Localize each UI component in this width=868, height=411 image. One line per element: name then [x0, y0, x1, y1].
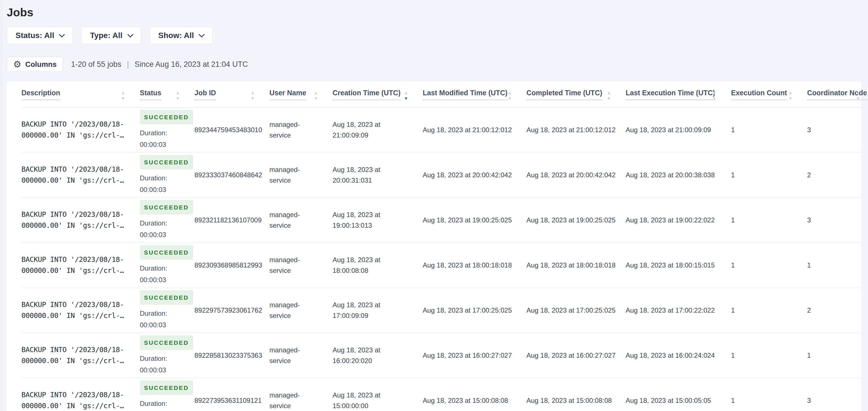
- status-badge: SUCCEEDED: [140, 110, 193, 125]
- creation-time-cell: Aug 18, 2023 at 16:00:20:020: [333, 333, 423, 378]
- sort-icon: [788, 88, 793, 98]
- last-execution-time-cell: Aug 18, 2023 at 20:00:38:038: [626, 152, 731, 198]
- sort-asc-icon: [251, 88, 255, 93]
- column-header-status[interactable]: Status: [140, 82, 194, 108]
- sort-desc-icon: [507, 94, 512, 98]
- last-execution-time-cell: Aug 18, 2023 at 18:00:15:015: [626, 243, 731, 288]
- show-filter-dropdown[interactable]: Show: All: [150, 27, 213, 44]
- column-header-creation-time[interactable]: Creation Time (UTC): [333, 82, 423, 108]
- coordinator-node-cell: 3: [807, 198, 861, 243]
- sort-asc-icon: [121, 88, 125, 93]
- duration-label: Duration:: [140, 128, 186, 139]
- job-id-cell: 892321182136107009: [194, 198, 270, 243]
- user-name-cell: managed-service: [270, 108, 333, 152]
- sort-icon: [176, 88, 180, 98]
- sort-icon: [507, 88, 512, 98]
- sort-asc-icon: [404, 88, 408, 93]
- coordinator-node-cell: 1: [807, 243, 861, 288]
- status-badge: SUCCEEDED: [140, 335, 193, 350]
- column-header-coordinator-node[interactable]: Coordinator Node: [807, 82, 861, 108]
- sort-asc-icon: [607, 88, 611, 93]
- status-badge: SUCCEEDED: [140, 381, 193, 395]
- creation-time-cell: Aug 18, 2023 at 20:00:31:031: [333, 152, 423, 198]
- completed-time-cell: Aug 18, 2023 at 19:00:25:025: [526, 198, 626, 243]
- user-name-cell: managed-service: [270, 152, 333, 198]
- type-filter-label: Type: All: [90, 31, 122, 40]
- column-header-job-id[interactable]: Job ID: [194, 82, 270, 108]
- duration-label: Duration:: [140, 263, 186, 274]
- last-execution-time-cell: Aug 18, 2023 at 21:00:09:09: [626, 108, 731, 152]
- job-description-link[interactable]: BACKUP INTO '/2023/08/18-000000.00' IN '…: [22, 346, 124, 365]
- job-description-link[interactable]: BACKUP INTO '/2023/08/18-000000.00' IN '…: [22, 255, 124, 274]
- sort-desc-icon: [176, 94, 180, 98]
- job-row: BACKUP INTO '/2023/08/18-000000.00' IN '…: [22, 108, 861, 152]
- last-modified-time-cell: Aug 18, 2023 at 19:00:25:025: [423, 198, 526, 243]
- columns-button[interactable]: Columns: [7, 57, 63, 72]
- job-row: BACKUP INTO '/2023/08/18-000000.00' IN '…: [22, 198, 861, 243]
- duration-value: 00:00:03: [140, 184, 186, 195]
- job-row: BACKUP INTO '/2023/08/18-000000.00' IN '…: [22, 378, 861, 411]
- sort-icon: [251, 88, 255, 98]
- completed-time-cell: Aug 18, 2023 at 16:00:27:027: [526, 333, 626, 378]
- duration-label: Duration:: [140, 218, 186, 229]
- completed-time-cell: Aug 18, 2023 at 18:00:18:018: [526, 243, 626, 288]
- column-header-description[interactable]: Description: [22, 82, 140, 108]
- execution-count-cell: 1: [731, 108, 807, 152]
- column-header-completed-time[interactable]: Completed Time (UTC): [526, 82, 626, 108]
- user-name-cell: managed-service: [270, 378, 333, 411]
- coordinator-node-cell: 3: [807, 378, 861, 411]
- last-execution-time-cell: Aug 18, 2023 at 15:00:05:05: [626, 378, 731, 411]
- column-header-execution-count[interactable]: Execution Count: [731, 82, 807, 108]
- duration-label: Duration:: [140, 173, 186, 183]
- status-filter-label: Status: All: [16, 31, 54, 40]
- job-id-cell: 892344759453483010: [194, 108, 270, 152]
- last-execution-time-cell: Aug 18, 2023 at 16:00:24:024: [626, 333, 731, 378]
- column-header-last-execution-time[interactable]: Last Execution Time (UTC): [626, 82, 731, 108]
- execution-count-cell: 1: [731, 333, 807, 378]
- sort-asc-icon: [176, 88, 180, 93]
- sort-asc-icon: [712, 88, 716, 93]
- filter-bar: Status: All Type: All Show: All: [7, 27, 861, 44]
- sort-asc-icon: [856, 88, 860, 93]
- duration-label: Duration:: [140, 308, 186, 319]
- duration-value: 00:00:03: [140, 230, 186, 240]
- results-count: 1-20 of 55 jobs: [71, 60, 121, 69]
- column-header-user-name[interactable]: User Name: [270, 82, 333, 108]
- job-description-link[interactable]: BACKUP INTO '/2023/08/18-000000.00' IN '…: [22, 300, 124, 320]
- status-badge: SUCCEEDED: [140, 245, 193, 260]
- chevron-down-icon: [199, 31, 205, 37]
- duration-value: 00:00:03: [140, 139, 186, 150]
- job-id-cell: 892297573923061762: [194, 288, 270, 333]
- execution-count-cell: 1: [731, 378, 807, 411]
- user-name-cell: managed-service: [270, 333, 333, 378]
- columns-button-label: Columns: [25, 60, 57, 69]
- duration-label: Duration:: [140, 398, 186, 409]
- sort-icon: [607, 88, 611, 98]
- creation-time-cell: Aug 18, 2023 at 19:00:13:013: [333, 198, 423, 243]
- completed-time-cell: Aug 18, 2023 at 20:00:42:042: [526, 152, 626, 198]
- completed-time-cell: Aug 18, 2023 at 17:00:25:025: [526, 288, 626, 333]
- job-row: BACKUP INTO '/2023/08/18-000000.00' IN '…: [22, 288, 861, 333]
- job-description-link[interactable]: BACKUP INTO '/2023/08/18-000000.00' IN '…: [22, 391, 124, 410]
- type-filter-dropdown[interactable]: Type: All: [81, 27, 141, 44]
- sort-icon-active-desc: [404, 88, 408, 98]
- job-description-link[interactable]: BACKUP INTO '/2023/08/18-000000.00' IN '…: [22, 120, 124, 139]
- table-toolbar: Columns 1-20 of 55 jobs | Since Aug 16, …: [7, 57, 861, 72]
- job-id-cell: 892285813023375363: [194, 333, 270, 378]
- sort-icon: [712, 88, 716, 98]
- last-modified-time-cell: Aug 18, 2023 at 15:00:08:08: [423, 378, 526, 411]
- status-filter-dropdown[interactable]: Status: All: [7, 27, 73, 44]
- sort-icon: [121, 88, 125, 98]
- last-modified-time-cell: Aug 18, 2023 at 21:00:12:012: [423, 108, 526, 152]
- sort-desc-icon: [856, 94, 860, 98]
- coordinator-node-cell: 1: [807, 333, 861, 378]
- summary-separator: |: [127, 60, 129, 69]
- coordinator-node-cell: 3: [807, 108, 861, 152]
- job-description-link[interactable]: BACKUP INTO '/2023/08/18-000000.00' IN '…: [22, 210, 124, 230]
- column-header-last-modified-time[interactable]: Last Modified Time (UTC): [423, 82, 526, 108]
- coordinator-node-cell: 2: [807, 152, 861, 198]
- job-description-link[interactable]: BACKUP INTO '/2023/08/18-000000.00' IN '…: [22, 165, 124, 184]
- job-id-cell: 892309368985812993: [194, 243, 270, 288]
- sort-desc-icon: [121, 94, 125, 98]
- completed-time-cell: Aug 18, 2023 at 21:00:12:012: [526, 108, 626, 152]
